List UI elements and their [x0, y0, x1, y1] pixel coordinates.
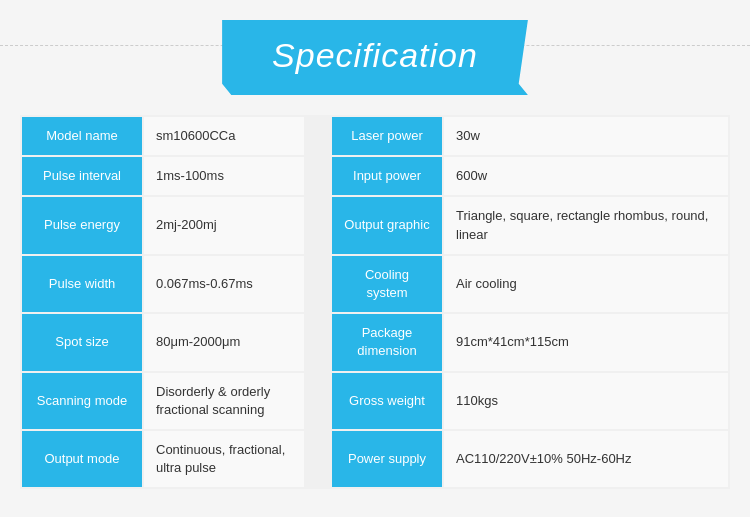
left-label-cell: Spot size: [22, 314, 142, 370]
right-value-cell: 30w: [444, 117, 728, 155]
spacer: [306, 117, 330, 155]
left-label-cell: Model name: [22, 117, 142, 155]
left-value-cell: 80μm-2000μm: [144, 314, 304, 370]
left-value-cell: 2mj-200mj: [144, 197, 304, 253]
right-value-cell: Air cooling: [444, 256, 728, 312]
spacer: [306, 197, 330, 253]
table-row: Pulse width0.067ms-0.67msCooling systemA…: [22, 256, 728, 312]
right-label-cell: Input power: [332, 157, 442, 195]
left-value-cell: Disorderly & orderly fractional scanning: [144, 373, 304, 429]
left-value-cell: Continuous, fractional, ultra pulse: [144, 431, 304, 487]
right-value-cell: 110kgs: [444, 373, 728, 429]
page-title: Specification: [272, 36, 478, 74]
table-row: Model namesm10600CCaLaser power30w: [22, 117, 728, 155]
left-label-cell: Pulse energy: [22, 197, 142, 253]
left-value-cell: 0.067ms-0.67ms: [144, 256, 304, 312]
spacer: [306, 431, 330, 487]
table-section: Model namesm10600CCaLaser power30wPulse …: [0, 105, 750, 509]
left-label-cell: Pulse interval: [22, 157, 142, 195]
left-label-cell: Scanning mode: [22, 373, 142, 429]
right-value-cell: 91cm*41cm*115cm: [444, 314, 728, 370]
table-row: Output modeContinuous, fractional, ultra…: [22, 431, 728, 487]
left-value-cell: 1ms-100ms: [144, 157, 304, 195]
spacer: [306, 157, 330, 195]
spec-table: Model namesm10600CCaLaser power30wPulse …: [20, 115, 730, 489]
right-label-cell: Cooling system: [332, 256, 442, 312]
left-label-cell: Output mode: [22, 431, 142, 487]
spacer: [306, 256, 330, 312]
spacer: [306, 373, 330, 429]
table-row: Pulse interval1ms-100msInput power600w: [22, 157, 728, 195]
table-row: Scanning modeDisorderly & orderly fracti…: [22, 373, 728, 429]
right-label-cell: Power supply: [332, 431, 442, 487]
right-value-cell: AC110/220V±10% 50Hz-60Hz: [444, 431, 728, 487]
header-section: Specification: [0, 0, 750, 105]
spacer: [306, 314, 330, 370]
page-wrapper: Specification Model namesm10600CCaLaser …: [0, 0, 750, 509]
title-box: Specification: [222, 20, 528, 95]
right-label-cell: Output graphic: [332, 197, 442, 253]
right-label-cell: Package dimension: [332, 314, 442, 370]
right-label-cell: Gross weight: [332, 373, 442, 429]
table-row: Spot size80μm-2000μmPackage dimension91c…: [22, 314, 728, 370]
left-label-cell: Pulse width: [22, 256, 142, 312]
left-value-cell: sm10600CCa: [144, 117, 304, 155]
right-label-cell: Laser power: [332, 117, 442, 155]
table-row: Pulse energy2mj-200mjOutput graphicTrian…: [22, 197, 728, 253]
right-value-cell: Triangle, square, rectangle rhombus, rou…: [444, 197, 728, 253]
right-value-cell: 600w: [444, 157, 728, 195]
